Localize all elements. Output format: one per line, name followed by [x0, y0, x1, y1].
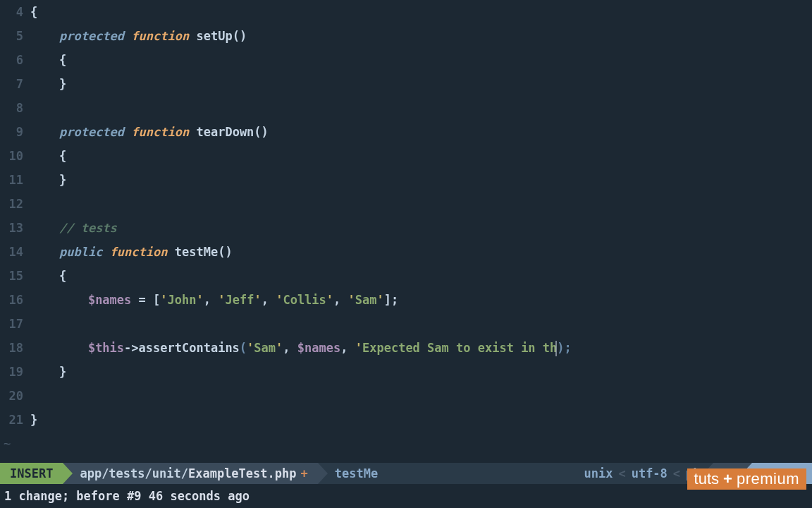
current-function: testMe: [318, 463, 579, 484]
paren: (: [240, 341, 247, 355]
line-number-gutter: 4 5 6 7 8 9 10 11 12 13 14 15 16 17 18 1…: [0, 0, 30, 456]
code-line: [30, 96, 812, 120]
brace: }: [59, 173, 66, 187]
line-number: 8: [0, 96, 23, 120]
code-line: }: [30, 72, 812, 96]
bracket: ];: [384, 293, 398, 307]
brace: {: [30, 5, 37, 19]
function-name: tearDown: [196, 125, 254, 139]
bracket: [: [153, 293, 160, 307]
keyword-protected: protected: [59, 29, 124, 43]
brace: {: [59, 269, 66, 283]
line-number: 10: [0, 144, 23, 168]
code-line: }: [30, 360, 812, 384]
line-number: 4: [0, 0, 23, 24]
line-number: 11: [0, 168, 23, 192]
code-line: $names = ['John', 'Jeff', 'Collis', 'Sam…: [30, 288, 812, 312]
keyword-function: function: [110, 245, 168, 259]
variable: $names: [88, 293, 131, 307]
paren: );: [557, 341, 571, 355]
arrow-operator: ->: [124, 341, 138, 355]
text-cursor: [555, 341, 557, 356]
brace: {: [59, 53, 66, 67]
file-encoding: utf-8: [632, 466, 668, 480]
line-number: 21: [0, 408, 23, 432]
keyword-protected: protected: [59, 125, 124, 139]
keyword-public: public: [59, 245, 102, 259]
line-number: 12: [0, 192, 23, 216]
editor-area: 4 5 6 7 8 9 10 11 12 13 14 15 16 17 18 1…: [0, 0, 812, 456]
watermark-logo: tuts+ premium: [687, 468, 806, 490]
line-number: 16: [0, 288, 23, 312]
brace: }: [59, 77, 66, 91]
line-number: 14: [0, 240, 23, 264]
vim-mode-indicator: INSERT: [0, 463, 63, 484]
string: Sam: [254, 341, 276, 355]
code-line: {: [30, 0, 812, 24]
line-number: 17: [0, 312, 23, 336]
empty-line-tilde: ~: [4, 432, 812, 456]
code-line: {: [30, 144, 812, 168]
code-line: protected function tearDown(): [30, 120, 812, 144]
code-line: public function testMe(): [30, 240, 812, 264]
line-number: 18: [0, 336, 23, 360]
file-format: unix: [584, 466, 613, 480]
line-number: 19: [0, 360, 23, 384]
variable: $names: [297, 341, 340, 355]
line-number: 9: [0, 120, 23, 144]
line-number: 15: [0, 264, 23, 288]
watermark-plus: +: [723, 471, 732, 487]
modified-indicator: +: [300, 466, 307, 480]
code-line: }: [30, 168, 812, 192]
file-path-dir: app/tests/unit/: [80, 466, 188, 480]
code-line: // tests: [30, 216, 812, 240]
string: Jeff: [225, 293, 254, 307]
code-line: [30, 384, 812, 408]
keyword-function: function: [131, 29, 189, 43]
code-area[interactable]: { protected function setUp() { } protect…: [30, 0, 812, 456]
variable-this: $this: [88, 341, 124, 355]
code-line: $this->assertContains('Sam', $names, 'Ex…: [30, 336, 812, 360]
file-path: app/tests/unit/ExampleTest.php +: [63, 463, 317, 484]
parens: (): [218, 245, 232, 259]
code-line: [30, 312, 812, 336]
file-name: ExampleTest.php: [188, 466, 297, 480]
code-line: }: [30, 408, 812, 432]
watermark-brand: tuts: [694, 471, 719, 487]
line-number: 13: [0, 216, 23, 240]
watermark-premium: premium: [737, 471, 799, 487]
string: John: [168, 293, 197, 307]
function-name: setUp: [196, 29, 232, 43]
string: Expected Sam to exist in th: [362, 341, 557, 355]
line-number: 5: [0, 24, 23, 48]
brace: }: [30, 413, 37, 427]
brace: {: [59, 149, 66, 163]
brace: }: [59, 365, 66, 379]
function-name: testMe: [175, 245, 218, 259]
line-number: 6: [0, 48, 23, 72]
line-number: 7: [0, 72, 23, 96]
parens: (): [233, 29, 247, 43]
method-name: assertContains: [139, 341, 240, 355]
operator: =: [131, 293, 153, 307]
code-line: {: [30, 264, 812, 288]
parens: (): [254, 125, 268, 139]
comment: // tests: [59, 221, 117, 235]
keyword-function: function: [131, 125, 189, 139]
code-line: [30, 192, 812, 216]
string: Collis: [283, 293, 326, 307]
code-line: {: [30, 48, 812, 72]
code-line: protected function setUp(): [30, 24, 812, 48]
line-number: 20: [0, 384, 23, 408]
string: Sam: [355, 293, 377, 307]
